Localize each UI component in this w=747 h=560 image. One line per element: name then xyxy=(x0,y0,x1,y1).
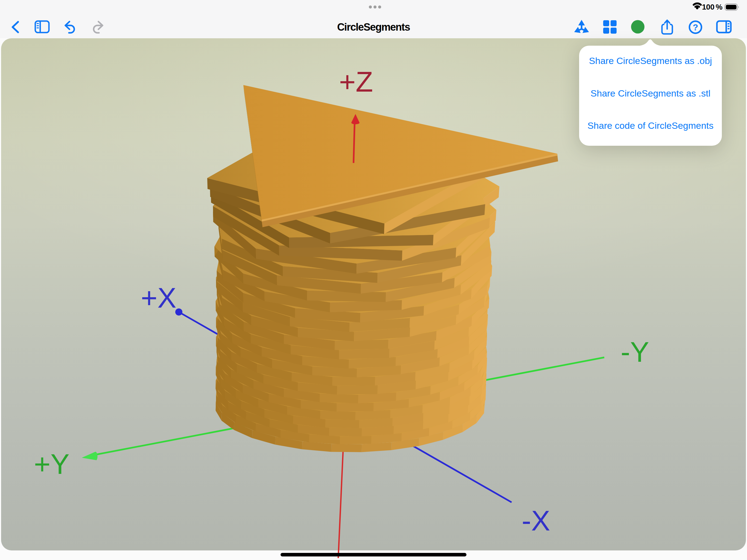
svg-text:?: ? xyxy=(693,22,698,32)
